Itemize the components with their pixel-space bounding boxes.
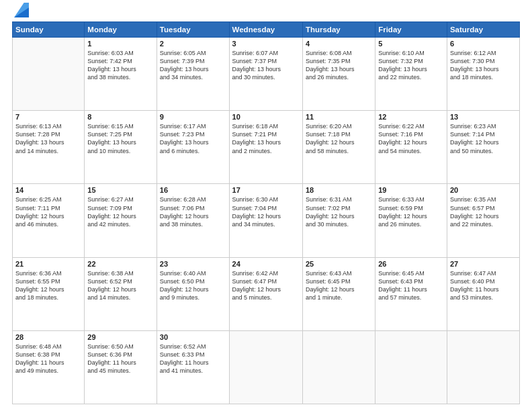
calendar-cell: 16Sunrise: 6:28 AMSunset: 7:06 PMDayligh… bbox=[157, 184, 229, 257]
day-number: 9 bbox=[160, 113, 226, 121]
calendar-cell: 4Sunrise: 6:08 AMSunset: 7:35 PMDaylight… bbox=[302, 38, 375, 111]
day-number: 28 bbox=[15, 333, 81, 341]
calendar-cell: 3Sunrise: 6:07 AMSunset: 7:37 PMDaylight… bbox=[229, 38, 302, 111]
day-info: Sunrise: 6:20 AMSunset: 7:18 PMDaylight:… bbox=[306, 122, 372, 155]
day-number: 30 bbox=[160, 333, 226, 341]
day-info: Sunrise: 6:48 AMSunset: 6:38 PMDaylight:… bbox=[15, 342, 81, 375]
calendar-cell: 17Sunrise: 6:30 AMSunset: 7:04 PMDayligh… bbox=[229, 184, 302, 257]
calendar-cell: 1Sunrise: 6:03 AMSunset: 7:42 PMDaylight… bbox=[85, 38, 157, 111]
weekday-header-sunday: Sunday bbox=[13, 22, 85, 38]
day-info: Sunrise: 6:45 AMSunset: 6:43 PMDaylight:… bbox=[378, 269, 444, 302]
calendar-cell: 27Sunrise: 6:47 AMSunset: 6:40 PMDayligh… bbox=[447, 257, 519, 330]
day-number: 6 bbox=[450, 40, 517, 48]
day-number: 21 bbox=[15, 260, 81, 268]
logo bbox=[12, 9, 29, 17]
day-number: 4 bbox=[306, 40, 372, 48]
day-number: 27 bbox=[450, 260, 517, 268]
calendar-cell: 2Sunrise: 6:05 AMSunset: 7:39 PMDaylight… bbox=[157, 38, 229, 111]
calendar-cell: 15Sunrise: 6:27 AMSunset: 7:09 PMDayligh… bbox=[85, 184, 157, 257]
weekday-header-monday: Monday bbox=[85, 22, 157, 38]
calendar-cell: 19Sunrise: 6:33 AMSunset: 6:59 PMDayligh… bbox=[375, 184, 447, 257]
day-info: Sunrise: 6:47 AMSunset: 6:40 PMDaylight:… bbox=[450, 269, 517, 302]
day-info: Sunrise: 6:22 AMSunset: 7:16 PMDaylight:… bbox=[378, 122, 444, 155]
day-info: Sunrise: 6:05 AMSunset: 7:39 PMDaylight:… bbox=[160, 49, 226, 82]
day-number: 19 bbox=[378, 186, 444, 194]
weekday-header-friday: Friday bbox=[375, 22, 447, 38]
day-info: Sunrise: 6:15 AMSunset: 7:25 PMDaylight:… bbox=[87, 122, 154, 155]
day-number: 10 bbox=[232, 113, 300, 121]
week-row-2: 7Sunrise: 6:13 AMSunset: 7:28 PMDaylight… bbox=[13, 111, 520, 184]
day-info: Sunrise: 6:31 AMSunset: 7:02 PMDaylight:… bbox=[306, 195, 372, 228]
day-number: 13 bbox=[450, 113, 517, 121]
week-row-5: 28Sunrise: 6:48 AMSunset: 6:38 PMDayligh… bbox=[13, 330, 520, 404]
day-info: Sunrise: 6:03 AMSunset: 7:42 PMDaylight:… bbox=[87, 49, 154, 82]
calendar-cell bbox=[447, 330, 519, 404]
day-info: Sunrise: 6:28 AMSunset: 7:06 PMDaylight:… bbox=[160, 195, 226, 228]
day-info: Sunrise: 6:52 AMSunset: 6:33 PMDaylight:… bbox=[160, 342, 226, 375]
calendar-cell: 30Sunrise: 6:52 AMSunset: 6:33 PMDayligh… bbox=[157, 330, 229, 404]
day-number: 25 bbox=[306, 260, 372, 268]
day-info: Sunrise: 6:08 AMSunset: 7:35 PMDaylight:… bbox=[306, 49, 372, 82]
calendar-cell: 24Sunrise: 6:42 AMSunset: 6:47 PMDayligh… bbox=[229, 257, 302, 330]
day-number: 11 bbox=[306, 113, 372, 121]
day-info: Sunrise: 6:40 AMSunset: 6:50 PMDaylight:… bbox=[160, 269, 226, 302]
day-info: Sunrise: 6:12 AMSunset: 7:30 PMDaylight:… bbox=[450, 49, 517, 82]
weekday-header-tuesday: Tuesday bbox=[157, 22, 229, 38]
day-info: Sunrise: 6:36 AMSunset: 6:55 PMDaylight:… bbox=[15, 269, 81, 302]
day-number: 3 bbox=[232, 40, 300, 48]
calendar-cell: 18Sunrise: 6:31 AMSunset: 7:02 PMDayligh… bbox=[302, 184, 375, 257]
day-number: 29 bbox=[87, 333, 154, 341]
day-info: Sunrise: 6:23 AMSunset: 7:14 PMDaylight:… bbox=[450, 122, 517, 155]
day-number: 18 bbox=[306, 186, 372, 194]
day-info: Sunrise: 6:13 AMSunset: 7:28 PMDaylight:… bbox=[15, 122, 81, 155]
day-number: 8 bbox=[87, 113, 154, 121]
weekday-header-thursday: Thursday bbox=[302, 22, 375, 38]
day-info: Sunrise: 6:10 AMSunset: 7:32 PMDaylight:… bbox=[378, 49, 444, 82]
day-info: Sunrise: 6:17 AMSunset: 7:23 PMDaylight:… bbox=[160, 122, 226, 155]
day-info: Sunrise: 6:25 AMSunset: 7:11 PMDaylight:… bbox=[15, 195, 81, 228]
day-info: Sunrise: 6:30 AMSunset: 7:04 PMDaylight:… bbox=[232, 195, 300, 228]
calendar-cell: 28Sunrise: 6:48 AMSunset: 6:38 PMDayligh… bbox=[13, 330, 85, 404]
calendar-cell: 9Sunrise: 6:17 AMSunset: 7:23 PMDaylight… bbox=[157, 111, 229, 184]
calendar-cell: 5Sunrise: 6:10 AMSunset: 7:32 PMDaylight… bbox=[375, 38, 447, 111]
day-info: Sunrise: 6:27 AMSunset: 7:09 PMDaylight:… bbox=[87, 195, 154, 228]
page: SundayMondayTuesdayWednesdayThursdayFrid… bbox=[0, 0, 532, 411]
day-number: 7 bbox=[15, 113, 81, 121]
header bbox=[12, 7, 520, 17]
calendar-cell: 14Sunrise: 6:25 AMSunset: 7:11 PMDayligh… bbox=[13, 184, 85, 257]
day-info: Sunrise: 6:07 AMSunset: 7:37 PMDaylight:… bbox=[232, 49, 300, 82]
calendar-cell: 25Sunrise: 6:43 AMSunset: 6:45 PMDayligh… bbox=[302, 257, 375, 330]
calendar-cell bbox=[375, 330, 447, 404]
logo-icon bbox=[14, 3, 29, 17]
weekday-header-wednesday: Wednesday bbox=[229, 22, 302, 38]
day-info: Sunrise: 6:50 AMSunset: 6:36 PMDaylight:… bbox=[87, 342, 154, 375]
day-number: 17 bbox=[232, 186, 300, 194]
day-number: 1 bbox=[87, 40, 154, 48]
calendar-cell: 13Sunrise: 6:23 AMSunset: 7:14 PMDayligh… bbox=[447, 111, 519, 184]
day-number: 14 bbox=[15, 186, 81, 194]
day-info: Sunrise: 6:18 AMSunset: 7:21 PMDaylight:… bbox=[232, 122, 300, 155]
day-info: Sunrise: 6:42 AMSunset: 6:47 PMDaylight:… bbox=[232, 269, 300, 302]
calendar: SundayMondayTuesdayWednesdayThursdayFrid… bbox=[12, 21, 520, 404]
day-number: 16 bbox=[160, 186, 226, 194]
calendar-cell: 10Sunrise: 6:18 AMSunset: 7:21 PMDayligh… bbox=[229, 111, 302, 184]
calendar-cell: 26Sunrise: 6:45 AMSunset: 6:43 PMDayligh… bbox=[375, 257, 447, 330]
day-number: 20 bbox=[450, 186, 517, 194]
calendar-cell: 21Sunrise: 6:36 AMSunset: 6:55 PMDayligh… bbox=[13, 257, 85, 330]
day-number: 2 bbox=[160, 40, 226, 48]
day-number: 5 bbox=[378, 40, 444, 48]
day-number: 15 bbox=[87, 186, 154, 194]
day-number: 23 bbox=[160, 260, 226, 268]
day-info: Sunrise: 6:33 AMSunset: 6:59 PMDaylight:… bbox=[378, 195, 444, 228]
day-number: 22 bbox=[87, 260, 154, 268]
calendar-cell bbox=[229, 330, 302, 404]
calendar-cell: 20Sunrise: 6:35 AMSunset: 6:57 PMDayligh… bbox=[447, 184, 519, 257]
weekday-header-row: SundayMondayTuesdayWednesdayThursdayFrid… bbox=[13, 22, 520, 38]
calendar-cell: 7Sunrise: 6:13 AMSunset: 7:28 PMDaylight… bbox=[13, 111, 85, 184]
calendar-cell: 22Sunrise: 6:38 AMSunset: 6:52 PMDayligh… bbox=[85, 257, 157, 330]
week-row-1: 1Sunrise: 6:03 AMSunset: 7:42 PMDaylight… bbox=[13, 38, 520, 111]
day-info: Sunrise: 6:43 AMSunset: 6:45 PMDaylight:… bbox=[306, 269, 372, 302]
calendar-cell: 6Sunrise: 6:12 AMSunset: 7:30 PMDaylight… bbox=[447, 38, 519, 111]
calendar-cell: 12Sunrise: 6:22 AMSunset: 7:16 PMDayligh… bbox=[375, 111, 447, 184]
calendar-cell bbox=[13, 38, 85, 111]
